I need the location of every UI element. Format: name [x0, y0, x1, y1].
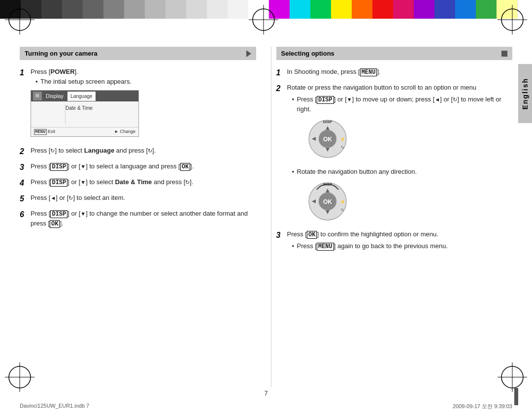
page-marker [514, 388, 518, 405]
camera-screen-tab: Language [67, 92, 96, 101]
left-column: Turning on your camera 1 Press [POWER]. … [20, 47, 261, 387]
color-swatch [455, 0, 476, 19]
registration-mark-top-center [249, 5, 278, 34]
camera-screen-display-label: Display [44, 92, 66, 100]
page-number: 7 [264, 389, 267, 397]
color-swatch [166, 0, 186, 19]
color-swatch [393, 0, 414, 19]
step-6: 6 Press [DISP] or [▼] to change the numb… [20, 209, 256, 228]
color-swatch [145, 0, 166, 19]
top-bar-right [269, 0, 532, 19]
color-swatch [103, 0, 124, 19]
color-swatch [352, 0, 372, 19]
color-swatch [83, 0, 103, 19]
camera-screen-footer: MENU Exit ► Change [31, 127, 138, 137]
camera-screen-mockup: ⊞ Display Language Date & Time MENU Exi [31, 90, 139, 137]
svg-text:⚡: ⚡ [339, 199, 345, 205]
footer-right: 2009-09-17 오전 9:39:03 [453, 403, 512, 410]
svg-text:↻: ↻ [340, 145, 344, 150]
registration-mark-top-right [498, 5, 527, 34]
right-step-2-bullet-1: ▪ Press [DISP] or [▼] to move up or down… [292, 95, 513, 114]
color-swatch [207, 0, 228, 19]
camera-screen-body: Date & Time [31, 101, 138, 127]
color-swatch [41, 0, 62, 19]
camera-screen-right-content: Date & Time [66, 104, 93, 124]
footer: Davinci125UW_EUR1.indb 7 2009-09-17 오전 9… [0, 403, 532, 410]
right-section-title: Selecting options [281, 50, 334, 57]
right-step-3-bullet-1: ▪ Press [MENU] again to go back to the p… [292, 241, 513, 251]
right-step-2-bullet-2: ▪ Rotate the navigation button any direc… [292, 167, 513, 177]
step-5: 5 Press [◄] or [↻] to select an item. [20, 193, 256, 205]
right-step-1: 1 In Shooting mode, press [MENU]. [276, 67, 513, 79]
menu-code: MENU [34, 129, 47, 135]
step-1-bullet: ▪ The intial setup screen appears. [35, 77, 256, 87]
svg-text:⚡: ⚡ [339, 136, 345, 142]
arrow-right-icon [246, 50, 251, 57]
svg-text:↻: ↻ [340, 208, 344, 212]
left-section-header: Turning on your camera [20, 47, 256, 60]
color-swatch [290, 0, 310, 19]
color-swatch [310, 0, 331, 19]
color-swatch [186, 0, 207, 19]
color-swatch [62, 0, 83, 19]
camera-menu-icon: ⊞ [33, 92, 42, 100]
step-2: 2 Press [↻] to select Language and press… [20, 146, 256, 158]
svg-text:OK: OK [323, 136, 332, 143]
step-3: 3 Press [DISP] or [▼] to select a langua… [20, 161, 256, 173]
camera-screen-left-content [36, 104, 66, 124]
left-section-title: Turning on your camera [25, 50, 98, 57]
square-indicator-icon [501, 51, 507, 57]
right-step-3: 3 Press [OK] to confirm the highlighted … [276, 229, 513, 253]
main-content: Turning on your camera 1 Press [POWER]. … [20, 47, 512, 387]
step-4: 4 Press [DISP] or [▼] to select Date & T… [20, 177, 256, 189]
right-section-header: Selecting options [276, 47, 513, 60]
right-column: Selecting options 1 In Shooting mode, pr… [271, 47, 513, 387]
color-swatch [414, 0, 434, 19]
language-label: English [521, 78, 529, 110]
color-swatch [331, 0, 352, 19]
english-language-tab: English [518, 64, 532, 123]
color-swatch [124, 0, 145, 19]
footer-left: Davinci125UW_EUR1.indb 7 [20, 403, 89, 410]
step-1: 1 Press [POWER]. ▪ The intial setup scre… [20, 67, 256, 142]
color-swatch [372, 0, 393, 19]
camera-screen-topbar: ⊞ Display Language [31, 91, 138, 101]
registration-mark-top-left [5, 5, 34, 34]
color-swatch [434, 0, 455, 19]
svg-text:OK: OK [323, 198, 332, 205]
svg-text:DISP: DISP [323, 120, 332, 124]
nav-button-diagram-1: OK DISP ⚡ ↻ [307, 118, 349, 160]
nav-button-diagram-2: OK DISP ⚡ ↻ [307, 181, 349, 223]
top-bar-left [0, 0, 269, 19]
color-swatch [476, 0, 497, 19]
color-swatch [228, 0, 248, 19]
right-step-2: 2 Rotate or press the navigation button … [276, 83, 513, 226]
